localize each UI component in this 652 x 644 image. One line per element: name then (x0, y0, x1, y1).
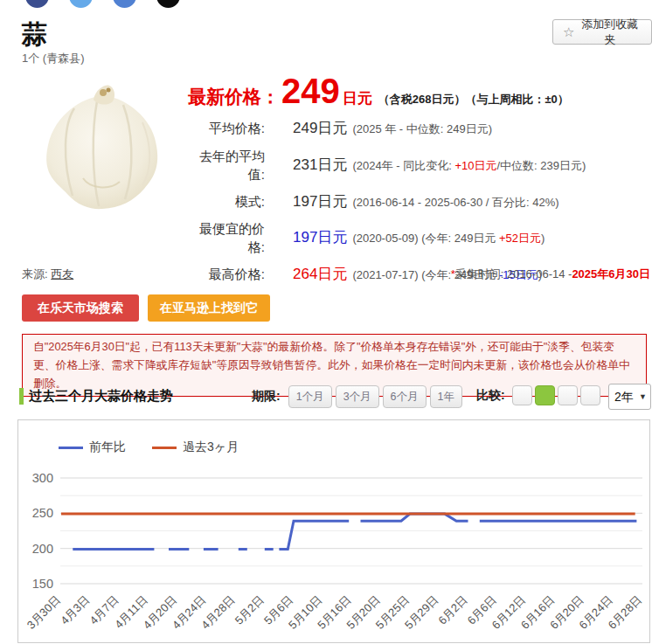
compare-slot-1[interactable] (512, 385, 532, 405)
price-row-value: 264日元 (293, 266, 347, 282)
range-select[interactable]: 2年 (608, 384, 651, 410)
price-row-value: 197日元 (293, 229, 347, 246)
price-row-note: (2025 年 - 中位数: 249日元) (352, 122, 492, 135)
price-row-mode: 模式: 197日元(2016-06-14 - 2025-06-30 / 百分比:… (188, 190, 652, 213)
source-link[interactable]: 西友 (51, 267, 73, 280)
latest-price-value: 249 (281, 73, 340, 108)
price-row-cheapest: 最便宜的价格: 197日元(2020-05-09) (今年: 249日元 +52… (188, 219, 652, 256)
x-axis-tick-label: 6月2日 (435, 593, 469, 627)
source-label: 来源: (22, 267, 51, 280)
social-icon-facebook[interactable] (25, 0, 49, 8)
compare-slot-group (512, 385, 600, 405)
social-share-row (25, 0, 180, 8)
product-subtitle: 1个 (青森县) (22, 51, 85, 66)
social-icon-share[interactable] (113, 0, 136, 8)
add-to-favorites-button[interactable]: ☆ 添加到收藏夹 (552, 19, 652, 45)
collect-end-date: 2025年6月30日 (572, 267, 650, 280)
product-price-page: 蒜 1个 (青森县) ☆ 添加到收藏夹 最新价格： 249 日元 （ (0, 0, 652, 644)
social-icon-x[interactable] (156, 0, 180, 8)
price-delta: +10日元 (454, 159, 496, 172)
chart-section-title: 过去三个月大蒜价格走势 (29, 388, 173, 405)
price-row-average: 平均价格: 249日元(2025 年 - 中位数: 249日元) (188, 117, 652, 140)
price-trend-chart: 3002502001503月30日4月3日4月7日4月11日4月20日4月24日… (17, 419, 650, 643)
product-image-garlic (22, 73, 180, 224)
find-on-amazon-button[interactable]: 在亚马逊上找到它 (148, 294, 270, 322)
x-axis-tick-label: 4月3日 (58, 593, 92, 627)
y-axis-tick-label: 300 (32, 471, 53, 485)
price-row-last-year-average: 去年的平均值: 231日元(2024年 - 同比变化: +10日元/中位数: 2… (188, 147, 652, 184)
period-controls: 期限: 1个月3个月6个月1年 (252, 385, 462, 408)
price-delta: +52日元 (499, 232, 541, 245)
collect-time-row: *采集时间: 2016-06-14 -2025年6月30日 (451, 267, 650, 282)
price-row-label: 最高价格: (188, 265, 265, 283)
compare-slot-2[interactable] (535, 385, 555, 405)
period-label: 期限: (252, 389, 281, 405)
latest-price-note: （含税268日元）（与上周相比：±0） (378, 92, 569, 107)
y-axis-tick-label: 200 (32, 542, 53, 556)
price-summary: 最新价格： 249 日元 （含税268日元）（与上周相比：±0） 平均价格: 2… (188, 73, 652, 293)
star-icon: ☆ (563, 24, 574, 40)
chart-section-header: 过去三个月大蒜价格走势 (19, 388, 173, 405)
price-row-label: 模式: (188, 192, 265, 211)
price-row-note: /中位数: 239日元) (496, 159, 586, 172)
period-button-3[interactable]: 6个月 (383, 385, 427, 408)
latest-price-unit: 日元 (343, 88, 372, 108)
social-icon-twitter[interactable] (69, 0, 93, 8)
price-row-label: 最便宜的价格: (188, 219, 265, 256)
latest-price-label: 最新价格： (188, 85, 280, 109)
compare-label: 比较: (476, 388, 505, 404)
compare-slot-4[interactable] (580, 385, 600, 405)
price-row-value: 249日元 (293, 120, 347, 136)
price-row-label: 去年的平均值: (188, 147, 265, 184)
y-axis-tick-label: 250 (32, 506, 53, 520)
period-button-4[interactable]: 1年 (430, 385, 462, 408)
price-row-value: 197日元 (293, 193, 347, 210)
range-select-wrap: 2年 ▼ (608, 384, 651, 410)
series-line-前年比 (279, 521, 349, 549)
latest-price-row: 最新价格： 249 日元 （含税268日元）（与上周相比：±0） (188, 73, 652, 109)
price-row-value: 231日元 (293, 156, 347, 173)
legend-item: 前年比 (59, 440, 126, 455)
chart-legend: 前年比過去3ヶ月 (59, 440, 239, 455)
legend-label: 過去3ヶ月 (183, 440, 239, 455)
section-accent-bar (19, 388, 24, 405)
price-row-label: 平均价格: (188, 119, 265, 137)
x-axis-tick-label: 3月30日 (24, 593, 63, 632)
collect-time-label: 采集时间: 2016-06-14 - (455, 267, 572, 280)
legend-label: 前年比 (89, 440, 126, 455)
period-button-2[interactable]: 3个月 (336, 385, 379, 408)
legend-item: 過去3ヶ月 (152, 440, 239, 455)
legend-line-swatch (152, 447, 177, 449)
legend-line-swatch (59, 447, 83, 449)
price-row-note: (2024年 - 同比变化: (352, 159, 454, 172)
price-row-note: (2016-06-14 - 2025-06-30 / 百分比: 42%) (352, 196, 558, 209)
compare-controls: 比较: (476, 385, 600, 405)
add-to-favorites-label: 添加到收藏夹 (578, 17, 642, 48)
price-row-note: ) (541, 232, 544, 245)
page-title: 蒜 (22, 17, 47, 52)
period-button-1[interactable]: 1个月 (288, 385, 332, 408)
period-button-group: 1个月3个月6个月1年 (288, 385, 462, 408)
y-axis-tick-label: 150 (32, 577, 53, 591)
search-rakuten-button[interactable]: 在乐天市场搜索 (22, 294, 139, 322)
compare-slot-3[interactable] (558, 385, 578, 405)
price-row-note: (2020-05-09) (今年: 249日元 (352, 232, 499, 245)
x-axis-tick-label: 5月2日 (232, 593, 267, 627)
source-row: 来源: 西友 (22, 267, 73, 282)
